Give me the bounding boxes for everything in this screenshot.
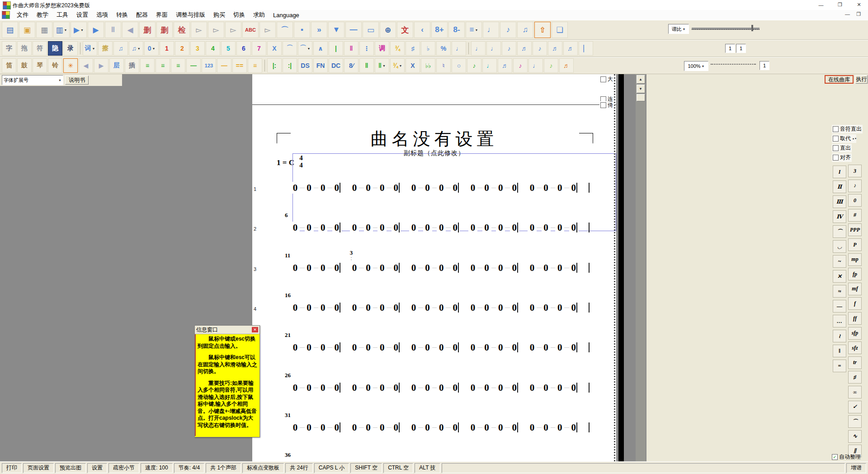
rest-note[interactable]: 0 — [528, 262, 537, 274]
status-疏密小节[interactable]: 疏密小节 — [108, 463, 139, 473]
symbol-button[interactable]: fp — [848, 268, 862, 280]
status-页面设置[interactable]: 页面设置 — [23, 463, 54, 473]
tb-icon-double-flat[interactable]: ♭♭ — [421, 58, 435, 73]
rest-note[interactable]: 0 — [496, 302, 505, 313]
score-page[interactable]: 曲名没有设置 副标题（点此修改） 1 = C 4 4 3 .. 10000000… — [252, 74, 616, 461]
tb-icon-lamp[interactable]: ✳ — [63, 58, 78, 73]
rest-note[interactable]: 0 — [291, 182, 300, 194]
measure[interactable]: 0000 — [528, 262, 587, 275]
tb-icon-flat[interactable]: ♭ — [421, 41, 435, 56]
rest-note[interactable]: 0 — [377, 182, 387, 194]
symbol-button[interactable]: 0 — [848, 194, 862, 207]
rest-note[interactable]: 0 — [555, 422, 564, 433]
symbol-button[interactable]: ♯ — [848, 371, 862, 384]
system-row[interactable]: 00000000000000000000 — [291, 262, 598, 275]
mdi-minimize-icon[interactable]: — — [845, 11, 850, 17]
tb-icon-numbering[interactable]: 123 — [202, 58, 216, 73]
system-row[interactable]: 00000000000000000000 — [291, 382, 598, 394]
rest-note[interactable]: 0 — [364, 382, 373, 393]
tb-icon-circle[interactable]: ○ — [452, 58, 466, 73]
rest-note[interactable]: 0 — [496, 182, 505, 194]
tb-icon-fn-mark[interactable]: FN — [313, 58, 328, 73]
rest-note[interactable]: 0 — [555, 302, 564, 313]
tb-icon-rewind[interactable]: ◀ — [122, 22, 138, 38]
sidebar-check-直出[interactable]: 直出 — [832, 144, 852, 152]
tb-icon-cursor-mode-1[interactable]: ▻ — [191, 22, 207, 38]
tb-icon-fast-forward[interactable]: » — [311, 22, 327, 38]
measure[interactable]: 0000 — [409, 222, 468, 234]
rest-note[interactable]: 0 — [364, 222, 373, 233]
rest-note[interactable]: 0 — [409, 382, 418, 393]
symbol-button[interactable]: sfp — [848, 327, 862, 340]
tb-icon-digit-5[interactable]: 5 — [221, 41, 236, 56]
rest-note[interactable]: 0 — [305, 262, 314, 274]
tb-icon-note-blue2[interactable]: ♩ — [528, 58, 543, 73]
measure[interactable]: 0000 — [409, 341, 468, 354]
symbol-button[interactable]: PPP — [848, 223, 862, 236]
tb-icon-layers[interactable]: 层 — [109, 58, 124, 73]
rest-note[interactable]: 0 — [528, 182, 537, 194]
tb-icon-natural[interactable]: ♮ — [436, 58, 451, 73]
symbol-button[interactable]: I — [833, 166, 846, 178]
status-速度: 100[interactable]: 速度: 100 — [141, 463, 173, 473]
tb-icon-tuplet[interactable]: ¾ — [390, 41, 405, 56]
measure[interactable]: 0000 — [291, 422, 350, 434]
measure[interactable]: 0000 — [409, 422, 468, 434]
rest-note[interactable]: 0 — [291, 422, 300, 433]
rest-note[interactable]: 0 — [555, 341, 564, 353]
measure[interactable]: 0000 — [468, 422, 528, 434]
execute-button[interactable]: 执行 — [855, 75, 868, 84]
score-check-大[interactable]: 大 — [599, 76, 614, 83]
measure[interactable]: 0000 — [468, 302, 528, 314]
menu-选项[interactable]: 选项 — [92, 10, 112, 20]
menu-教学[interactable]: 教学 — [33, 10, 52, 20]
symbol-button[interactable]: Ⅱ — [833, 180, 846, 193]
rest-note[interactable]: 0 — [364, 262, 373, 274]
rest-note[interactable]: 0 — [377, 341, 387, 353]
tb-icon-check-score[interactable]: 检 — [174, 22, 190, 38]
measure[interactable]: 0000 — [350, 302, 409, 314]
song-subtitle[interactable]: 副标题（点此修改） — [252, 149, 616, 157]
status-打印[interactable]: 打印 — [2, 463, 22, 473]
tb-icon-notes-pair[interactable]: ♫ — [113, 41, 128, 56]
rest-note[interactable]: 0 — [542, 182, 551, 194]
measure[interactable]: 0000 — [350, 341, 409, 354]
tb-icon-align-dash[interactable]: — — [186, 58, 201, 73]
tb-icon-digit-6[interactable]: 6 — [236, 41, 251, 56]
tb-icon-hide[interactable]: 隐 — [48, 41, 62, 56]
measure[interactable]: 0000 — [468, 222, 528, 234]
tb-icon-percent[interactable]: % — [436, 41, 451, 56]
rest-note[interactable]: 0 — [468, 382, 477, 393]
key-signature[interactable]: 1 = C — [277, 158, 294, 167]
system-row[interactable]: 00000000000000000000 — [291, 422, 598, 434]
rest-note[interactable]: 0 — [437, 182, 446, 194]
rest-note[interactable]: 0 — [305, 182, 314, 194]
rest-note[interactable]: 0 — [496, 422, 505, 433]
tb-icon-note-green[interactable]: ♪ — [467, 58, 481, 73]
sidebar-check-取代[interactable]: 取代▲▼ — [832, 134, 856, 143]
status-设置[interactable]: 设置 — [87, 463, 107, 473]
tb-icon-instr-bell[interactable]: 铃 — [48, 58, 62, 73]
rest-note[interactable]: 0 — [409, 262, 418, 274]
tb-icon-digit-2[interactable]: 2 — [175, 41, 189, 56]
tb-icon-note-eighth[interactable]: ♪ — [500, 22, 516, 38]
rest-note[interactable]: 0 — [542, 302, 551, 313]
rest-note[interactable]: 0 — [350, 341, 359, 353]
rest-note[interactable]: 0 — [528, 422, 537, 433]
tb-icon-list[interactable]: ≡▼ — [466, 22, 482, 38]
tb-icon-digit-7[interactable]: 7 — [252, 41, 266, 56]
tb-icon-note-q[interactable]: ♩ — [452, 41, 466, 56]
tb-icon-font-tool[interactable]: 字 — [2, 41, 16, 56]
rest-note[interactable]: 0 — [377, 302, 387, 313]
tb-icon-note-orange[interactable]: ♬ — [559, 58, 574, 73]
rest-note[interactable]: 0 — [350, 222, 359, 233]
measure[interactable]: 0000 — [350, 222, 409, 234]
rest-note[interactable]: 0 — [409, 341, 418, 353]
tb-icon-cursor-mode-4[interactable]: ▻ — [259, 22, 276, 38]
rest-note[interactable]: 0 — [468, 222, 477, 233]
rest-note[interactable]: 0 — [496, 262, 505, 274]
maximize-icon[interactable]: ❐ — [831, 0, 849, 9]
tb-icon-accent[interactable]: ∧ — [313, 41, 328, 56]
tb-icon-bar-final-2[interactable]: ‖▼ — [375, 58, 389, 73]
tb-icon-record-dot[interactable]: ▪ — [294, 22, 310, 38]
